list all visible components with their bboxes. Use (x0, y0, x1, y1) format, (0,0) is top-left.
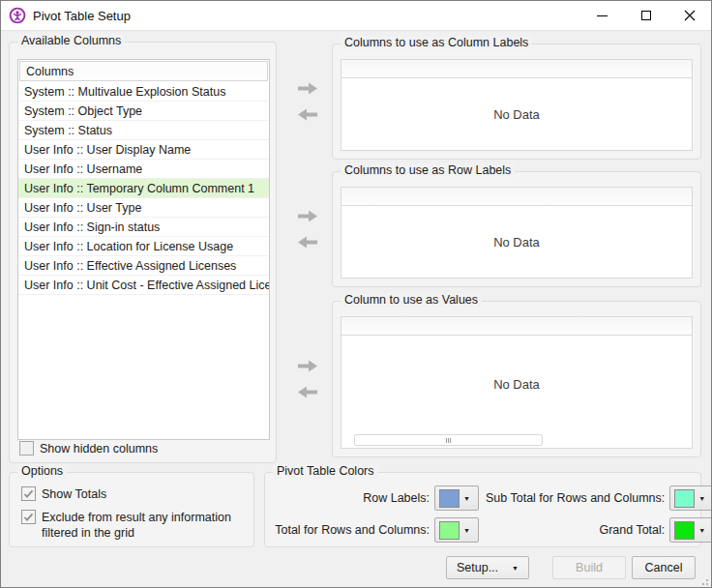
list-item[interactable]: System :: Status (18, 121, 269, 140)
list-item[interactable]: User Info :: Sign-in status (18, 218, 269, 237)
build-button[interactable]: Build (552, 556, 626, 579)
chevron-down-icon: ▼ (463, 527, 470, 534)
show-hidden-columns-row[interactable]: Show hidden columns (19, 441, 158, 456)
close-button[interactable] (668, 1, 711, 30)
check-icon (23, 489, 34, 499)
subtotal-color-label: Sub Total for Rows and Columns: (486, 491, 665, 505)
setup-button-label: Setup... (457, 561, 498, 574)
scrollbar-grip-icon (448, 438, 449, 443)
horizontal-scrollbar[interactable] (354, 434, 543, 446)
group-available-columns: Available Columns Columns System :: Mult… (9, 42, 277, 463)
chevron-down-icon: ▼ (512, 565, 519, 572)
color-swatch (439, 521, 460, 540)
check-icon (23, 513, 34, 522)
list-item[interactable]: User Info :: Username (18, 160, 269, 179)
row-labels-panel[interactable]: No Data (341, 187, 693, 279)
chevron-down-icon: ▼ (698, 495, 705, 502)
move-right-button[interactable] (296, 359, 319, 373)
move-right-button[interactable] (296, 81, 319, 96)
move-arrows-row-labels (287, 171, 328, 287)
list-item[interactable]: User Info :: User Type (18, 198, 269, 218)
list-item[interactable]: User Info :: User Display Name (18, 140, 269, 160)
list-item-selected[interactable]: User Info :: Temporary Column Comment 1 (18, 179, 269, 198)
list-item[interactable]: User Info :: Location for License Usage (18, 237, 269, 256)
show-hidden-columns-label: Show hidden columns (40, 441, 158, 456)
move-arrows-values (287, 301, 328, 457)
maximize-button[interactable] (624, 1, 668, 30)
maximize-icon (641, 11, 651, 20)
available-columns-list[interactable]: Columns System :: Multivalue Explosion S… (17, 59, 270, 440)
build-button-label: Build (576, 561, 603, 574)
row-labels-color-picker[interactable]: ▼ (434, 485, 479, 511)
no-data-text: No Data (493, 377, 540, 392)
no-data-text: No Data (493, 235, 540, 250)
column-labels-panel[interactable]: No Data (341, 59, 693, 151)
app-icon (9, 7, 26, 24)
chevron-down-icon: ▼ (698, 527, 705, 534)
minimize-icon (597, 15, 608, 16)
values-panel[interactable]: No Data (341, 316, 693, 449)
close-icon (684, 10, 696, 21)
group-caption: Pivot Table Colors (273, 464, 378, 479)
group-options: Options Show Totals (9, 472, 254, 547)
move-arrows-column-labels (287, 44, 328, 160)
group-values: Column to use as Values No Data (332, 301, 701, 457)
pivot-table-setup-dialog: Pivot Table Setup Available Columns Colu… (0, 0, 712, 588)
color-swatch (674, 521, 695, 540)
group-caption: Column to use as Values (341, 293, 482, 308)
group-caption: Columns to use as Row Labels (341, 163, 515, 178)
exclude-filtered-label: Exclude from result any information filt… (42, 510, 240, 541)
list-column-header[interactable]: Columns (19, 61, 268, 81)
panel-header-strip (341, 317, 692, 336)
no-data-text: No Data (493, 107, 540, 122)
total-color-label: Total for Rows and Columns: (275, 523, 430, 537)
resize-grip[interactable] (698, 575, 708, 585)
move-left-button[interactable] (296, 107, 319, 122)
list-item[interactable]: User Info :: Effective Assigned Licenses (18, 256, 269, 276)
list-item[interactable]: System :: Object Type (18, 102, 269, 121)
group-caption: Columns to use as Column Labels (341, 36, 532, 50)
color-swatch (439, 489, 460, 508)
total-color-picker[interactable]: ▼ (434, 517, 479, 543)
grand-total-color-label: Grand Total: (486, 523, 665, 537)
title-bar[interactable]: Pivot Table Setup (1, 1, 711, 31)
minimize-button[interactable] (580, 1, 624, 30)
scrollbar-grip-icon (450, 438, 451, 443)
show-totals-label: Show Totals (42, 486, 106, 502)
exclude-filtered-row[interactable]: Exclude from result any information filt… (21, 510, 240, 541)
scrollbar-grip-icon (446, 438, 447, 443)
exclude-filtered-checkbox[interactable] (21, 510, 36, 524)
group-caption: Available Columns (17, 34, 125, 48)
cancel-button-label: Cancel (645, 561, 683, 574)
move-left-button[interactable] (296, 385, 319, 399)
setup-button[interactable]: Setup... ▼ (446, 556, 529, 579)
row-labels-color-label: Row Labels: (275, 491, 430, 505)
panel-header-strip (341, 188, 692, 206)
move-left-button[interactable] (296, 235, 319, 250)
window-title: Pivot Table Setup (33, 9, 131, 23)
group-pivot-table-colors: Pivot Table Colors Row Labels: ▼ Sub Tot… (264, 472, 701, 547)
show-hidden-columns-checkbox[interactable] (19, 441, 34, 456)
group-column-labels: Columns to use as Column Labels No Data (332, 44, 701, 160)
list-item[interactable]: User Info :: Unit Cost - Effective Assig… (18, 276, 269, 295)
list-item[interactable]: System :: Multivalue Explosion Status (18, 82, 269, 102)
group-row-labels: Columns to use as Row Labels No Data (332, 171, 701, 287)
show-totals-row[interactable]: Show Totals (21, 486, 240, 502)
show-totals-checkbox[interactable] (21, 486, 36, 501)
chevron-down-icon: ▼ (463, 495, 470, 502)
grand-total-color-picker[interactable]: ▼ (669, 517, 712, 543)
subtotal-color-picker[interactable]: ▼ (669, 485, 712, 511)
group-caption: Options (17, 464, 67, 479)
panel-header-strip (341, 60, 692, 78)
move-right-button[interactable] (296, 209, 319, 223)
color-swatch (674, 489, 695, 508)
cancel-button[interactable]: Cancel (632, 556, 696, 579)
